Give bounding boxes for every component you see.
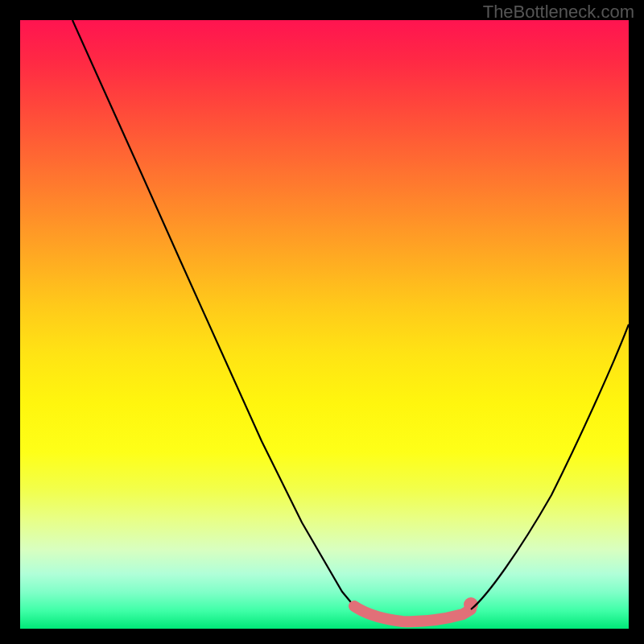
left-curve <box>72 20 354 606</box>
chart-svg <box>20 20 629 629</box>
plot-area <box>20 20 629 629</box>
watermark-text: TheBottleneck.com <box>483 2 634 23</box>
zone-curve <box>354 606 471 621</box>
right-curve <box>471 324 629 609</box>
